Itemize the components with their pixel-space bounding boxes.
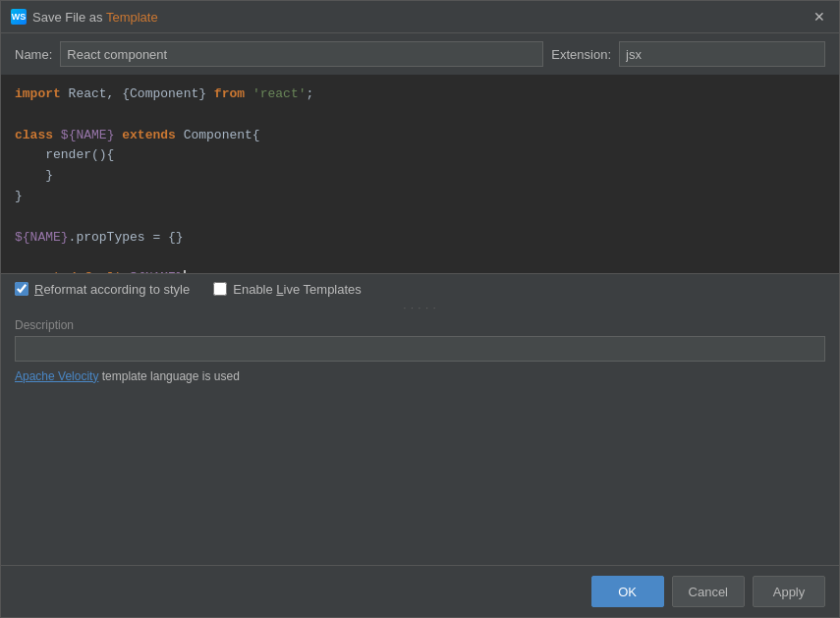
reformat-checkbox-item[interactable]: Reformat according to style bbox=[15, 282, 190, 297]
extension-input[interactable] bbox=[619, 41, 825, 67]
dialog-title: Save File as Template bbox=[32, 10, 810, 25]
title-highlight: Template bbox=[106, 10, 158, 25]
code-editor[interactable]: import React, {Component} from 'react'; … bbox=[1, 75, 839, 273]
close-button[interactable]: ✕ bbox=[810, 7, 829, 27]
code-line-7 bbox=[15, 207, 825, 228]
name-label: Name: bbox=[15, 47, 52, 62]
code-line-3: class ${NAME} extends Component{ bbox=[15, 126, 825, 146]
description-input[interactable] bbox=[15, 336, 825, 362]
apply-button[interactable]: Apply bbox=[753, 576, 825, 607]
app-logo: WS bbox=[11, 9, 27, 25]
ok-button[interactable]: OK bbox=[591, 576, 664, 607]
code-line-1: import React, {Component} from 'react'; bbox=[15, 84, 825, 105]
velocity-info: Apache Velocity template language is use… bbox=[1, 365, 839, 387]
code-line-5: } bbox=[15, 166, 825, 187]
reformat-checkbox[interactable] bbox=[15, 282, 28, 296]
title-bar: WS Save File as Template ✕ bbox=[1, 1, 839, 33]
code-line-9 bbox=[15, 248, 825, 268]
code-line-8: ${NAME}.propTypes = {} bbox=[15, 228, 825, 249]
cancel-button[interactable]: Cancel bbox=[672, 576, 745, 607]
velocity-suffix: template language is used bbox=[98, 369, 239, 383]
live-templates-checkbox[interactable] bbox=[213, 282, 227, 296]
name-extension-row: Name: Extension: bbox=[1, 33, 839, 75]
code-line-2 bbox=[15, 105, 825, 126]
resize-handle[interactable]: · · · · · bbox=[1, 305, 839, 312]
name-input[interactable] bbox=[60, 41, 543, 67]
apache-velocity-link[interactable]: Apache Velocity bbox=[15, 369, 98, 383]
description-section: Description bbox=[1, 312, 839, 365]
extension-label: Extension: bbox=[551, 47, 611, 62]
options-row: Reformat according to style Enable Live … bbox=[1, 273, 839, 305]
live-templates-label: Enable Live Templates bbox=[233, 282, 362, 297]
code-line-4: render(){ bbox=[15, 145, 825, 166]
reformat-label: Reformat according to style bbox=[34, 282, 190, 297]
code-line-6: } bbox=[15, 187, 825, 207]
save-file-as-template-dialog: WS Save File as Template ✕ Name: Extensi… bbox=[0, 0, 840, 618]
button-row: OK Cancel Apply bbox=[1, 565, 839, 617]
description-label: Description bbox=[15, 318, 825, 332]
live-templates-checkbox-item[interactable]: Enable Live Templates bbox=[213, 282, 362, 297]
title-prefix: Save File as bbox=[32, 10, 106, 25]
bottom-spacer bbox=[1, 387, 839, 566]
